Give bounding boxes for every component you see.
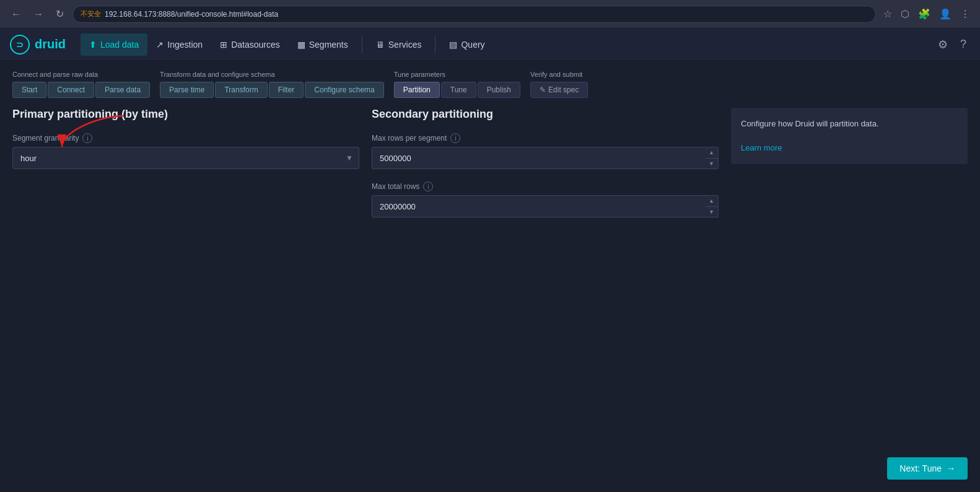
browser-chrome: ← → ↻ 不安全 192.168.64.173:8888/unified-co… <box>0 0 980 29</box>
next-tune-label: Next: Tune <box>899 463 942 473</box>
nav-segments-label: Segments <box>309 40 348 50</box>
right-panel: Configure how Druid will partition data.… <box>731 108 968 230</box>
logo-text: druid <box>35 37 66 51</box>
step-parse-time[interactable]: Parse time <box>160 82 214 98</box>
step-publish[interactable]: Publish <box>478 82 520 98</box>
reload-button[interactable]: ↻ <box>52 6 68 22</box>
nav-ingestion[interactable]: ↗ Ingestion <box>147 33 211 56</box>
step-group-transform-label: Transform data and configure schema <box>160 71 384 78</box>
next-btn-container: Next: Tune → <box>887 457 968 480</box>
learn-more-link[interactable]: Learn more <box>741 143 782 152</box>
main-content: Connect and parse raw data Start Connect… <box>0 61 980 240</box>
app-navbar: ⊃ druid ⬆ Load data ↗ Ingestion ⊞ Dataso… <box>0 29 980 61</box>
wizard-steps: Connect and parse raw data Start Connect… <box>12 71 968 98</box>
primary-partitioning-title: Primary partitioning (by time) <box>12 108 359 121</box>
segment-granularity-select[interactable]: hour second minute day week month year <box>12 147 359 169</box>
datasources-icon: ⊞ <box>220 40 227 50</box>
query-icon: ▤ <box>449 40 457 50</box>
step-edit-spec[interactable]: ✎Edit spec <box>530 82 588 98</box>
menu-button[interactable]: ⋮ <box>958 6 973 22</box>
address-bar[interactable]: 不安全 192.168.64.173:8888/unified-console.… <box>72 6 876 23</box>
forward-button[interactable]: → <box>30 6 47 22</box>
max-total-rows-spinners: ▲ ▼ <box>705 195 719 217</box>
select-with-annotation: hour second minute day week month year ▼ <box>12 147 359 169</box>
step-filter[interactable]: Filter <box>269 82 304 98</box>
max-total-rows-input-wrapper: ▲ ▼ <box>372 195 719 217</box>
security-warning: 不安全 <box>81 9 101 19</box>
max-total-rows-label: Max total rows i <box>372 182 719 191</box>
nav-ingestion-label: Ingestion <box>167 40 203 50</box>
max-rows-spinners: ▲ ▼ <box>705 147 719 169</box>
nav-services-label: Services <box>388 40 422 50</box>
nav-services[interactable]: 🖥 Services <box>367 33 431 56</box>
segments-icon: ▦ <box>297 40 305 50</box>
segment-granularity-info-icon[interactable]: i <box>82 133 92 143</box>
url-text: 192.168.64.173:8888/unified-console.html… <box>105 10 278 19</box>
step-group-tune-label: Tune parameters <box>394 71 520 78</box>
back-button[interactable]: ← <box>7 6 25 22</box>
step-buttons-tune: Partition Tune Publish <box>394 82 520 98</box>
nav-divider <box>362 36 362 53</box>
max-rows-per-segment-label: Max rows per segment i <box>372 133 719 143</box>
step-tune[interactable]: Tune <box>441 82 476 98</box>
max-rows-per-segment-input-wrapper: ▲ ▼ <box>372 147 719 169</box>
help-button[interactable]: ? <box>956 34 970 55</box>
middle-panel: Secondary partitioning Max rows per segm… <box>372 108 719 230</box>
step-group-tune: Tune parameters Partition Tune Publish <box>394 71 520 98</box>
load-data-icon: ⬆ <box>89 40 97 50</box>
max-total-rows-increment-btn[interactable]: ▲ <box>705 196 718 206</box>
step-buttons-verify: ✎Edit spec <box>530 82 588 98</box>
extension-button[interactable]: ⬡ <box>898 6 912 22</box>
help-box: Configure how Druid will partition data.… <box>731 108 968 164</box>
max-rows-info-icon[interactable]: i <box>450 133 460 143</box>
secondary-partitioning-title: Secondary partitioning <box>372 108 719 121</box>
nav-segments[interactable]: ▦ Segments <box>289 33 357 56</box>
step-parse-data[interactable]: Parse data <box>95 82 150 98</box>
step-group-verify: Verify and submit ✎Edit spec <box>530 71 588 98</box>
step-buttons-transform: Parse time Transform Filter Configure sc… <box>160 82 384 98</box>
max-total-rows-group: Max total rows i ▲ ▼ <box>372 182 719 217</box>
services-icon: 🖥 <box>376 40 385 50</box>
step-start[interactable]: Start <box>12 82 46 98</box>
max-total-rows-decrement-btn[interactable]: ▼ <box>705 207 718 217</box>
edit-spec-icon: ✎ <box>540 86 546 94</box>
left-panel: Primary partitioning (by time) Segment g… <box>12 108 359 230</box>
step-transform[interactable]: Transform <box>215 82 267 98</box>
star-button[interactable]: ☆ <box>881 6 895 22</box>
max-rows-increment-btn[interactable]: ▲ <box>705 147 718 158</box>
step-connect[interactable]: Connect <box>48 82 94 98</box>
nav-divider-2 <box>435 36 435 53</box>
max-total-rows-input[interactable] <box>372 195 705 217</box>
settings-button[interactable]: ⚙ <box>934 34 952 55</box>
step-group-transform: Transform data and configure schema Pars… <box>160 71 384 98</box>
logo: ⊃ druid <box>10 35 66 55</box>
browser-actions: ☆ ⬡ 🧩 👤 ⋮ <box>881 6 973 22</box>
segment-granularity-group: Segment granularity i <box>12 133 359 169</box>
max-total-rows-info-icon[interactable]: i <box>423 182 433 191</box>
navbar-right: ⚙ ? <box>934 34 970 55</box>
step-buttons-connect: Start Connect Parse data <box>12 82 150 98</box>
nav-load-data[interactable]: ⬆ Load data <box>81 33 147 56</box>
max-rows-decrement-btn[interactable]: ▼ <box>705 159 718 169</box>
step-group-verify-label: Verify and submit <box>530 71 588 78</box>
max-rows-per-segment-input[interactable] <box>372 147 705 169</box>
ingestion-icon: ↗ <box>156 40 164 50</box>
nav-query[interactable]: ▤ Query <box>440 33 493 56</box>
logo-icon: ⊃ <box>10 35 30 55</box>
segment-granularity-select-wrapper: hour second minute day week month year ▼ <box>12 147 359 169</box>
help-text: Configure how Druid will partition data. <box>741 118 958 130</box>
step-configure-schema[interactable]: Configure schema <box>305 82 383 98</box>
nav-datasources[interactable]: ⊞ Datasources <box>211 33 289 56</box>
nav-datasources-label: Datasources <box>231 40 280 50</box>
nav-load-data-label: Load data <box>100 40 139 50</box>
nav-query-label: Query <box>461 40 484 50</box>
next-tune-button[interactable]: Next: Tune → <box>887 457 968 480</box>
segment-granularity-label: Segment granularity i <box>12 133 359 143</box>
puzzle-button[interactable]: 🧩 <box>916 6 933 22</box>
profile-button[interactable]: 👤 <box>937 6 954 22</box>
step-group-connect: Connect and parse raw data Start Connect… <box>12 71 150 98</box>
content-area: Primary partitioning (by time) Segment g… <box>12 108 968 230</box>
max-rows-per-segment-group: Max rows per segment i ▲ ▼ <box>372 133 719 169</box>
step-group-connect-label: Connect and parse raw data <box>12 71 150 78</box>
step-partition[interactable]: Partition <box>394 82 440 98</box>
